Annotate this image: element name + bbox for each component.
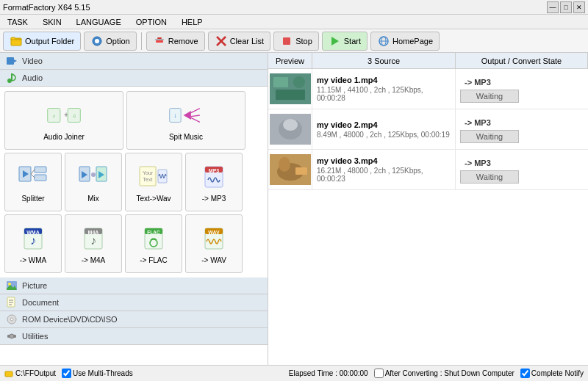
svg-marker-24 bbox=[184, 111, 191, 120]
stop-label: Stop bbox=[295, 37, 312, 46]
notify-label: Complete Notify bbox=[531, 369, 584, 377]
thumbnail-3 bbox=[270, 154, 311, 185]
svg-rect-79 bbox=[295, 167, 307, 175]
option-button[interactable]: Option bbox=[84, 32, 136, 51]
convert-arrow-1: -> MP3 bbox=[460, 75, 495, 90]
file-thumb-3 bbox=[268, 150, 312, 189]
split-music-icon: ↓ bbox=[168, 101, 204, 130]
left-scroll[interactable]: Video Audio ♪ bbox=[0, 53, 268, 365]
col-header-preview: Preview bbox=[268, 53, 312, 68]
picture-section-header: Picture bbox=[0, 277, 268, 294]
app-title: FormatFactory X64 5.15 bbox=[3, 3, 547, 12]
status-badge-3: Waiting bbox=[460, 170, 519, 184]
tool-text-wav[interactable]: Your Text Text->Wav bbox=[125, 153, 182, 211]
toolbar: Output Folder Option Remove Clea bbox=[0, 29, 588, 53]
file-row[interactable]: my video 1.mp4 11.15M , 44100 , 2ch , 12… bbox=[268, 69, 588, 109]
tool-to-flac[interactable]: FLAC -> FLAC bbox=[125, 214, 182, 273]
statusbar: C:\FFOutput Use Multi-Threads Elapsed Ti… bbox=[0, 365, 588, 381]
svg-point-35 bbox=[91, 173, 96, 177]
toolbar-separator-1 bbox=[141, 32, 142, 50]
remove-button[interactable]: Remove bbox=[146, 32, 205, 51]
mix-icon bbox=[76, 162, 111, 192]
tool-audio-joiner[interactable]: ♪ + ♫ Audio Joiner bbox=[4, 91, 123, 150]
col-header-source: 3 Source bbox=[312, 53, 456, 68]
shutdown-checkbox[interactable]: After Converting : Shut Down Computer bbox=[374, 369, 514, 378]
homepage-button[interactable]: HomePage bbox=[370, 32, 440, 51]
minimize-button[interactable]: — bbox=[547, 1, 559, 13]
tool-mix[interactable]: Mix bbox=[65, 153, 122, 211]
tool-to-m4a[interactable]: M4A ♪ -> M4A bbox=[65, 214, 122, 273]
output-folder-button[interactable]: Output Folder bbox=[3, 32, 81, 51]
notify-input[interactable] bbox=[520, 369, 530, 378]
video-icon bbox=[6, 55, 18, 67]
file-info-3: my video 3.mp4 16.21M , 48000 , 2ch , 12… bbox=[312, 150, 456, 189]
start-label: Start bbox=[344, 37, 361, 46]
svg-rect-27 bbox=[35, 167, 46, 173]
tool-split-music[interactable]: ↓ Spit Music bbox=[126, 91, 245, 150]
document-section-header: Document bbox=[0, 294, 268, 311]
to-m4a-icon: M4A ♪ bbox=[76, 224, 111, 253]
titlebar: FormatFactory X64 5.15 — □ ✕ bbox=[0, 0, 588, 15]
stop-button[interactable]: Stop bbox=[273, 32, 319, 51]
svg-text:Text: Text bbox=[143, 177, 153, 182]
file-row[interactable]: my video 2.mp4 8.49M , 48000 , 2ch , 125… bbox=[268, 109, 588, 150]
file-output-2: -> MP3 Waiting bbox=[456, 109, 588, 149]
file-row[interactable]: my video 3.mp4 16.21M , 48000 , 2ch , 12… bbox=[268, 150, 588, 190]
audio-section-header: Audio bbox=[0, 70, 268, 87]
to-wav-icon: WAV bbox=[196, 224, 232, 253]
svg-point-75 bbox=[283, 119, 298, 131]
to-wma-icon: WMA ♪ bbox=[15, 224, 51, 253]
menu-task[interactable]: TASK bbox=[3, 16, 32, 28]
svg-text:Your: Your bbox=[143, 170, 154, 175]
status-badge-2: Waiting bbox=[460, 130, 519, 143]
menu-language[interactable]: LANGUAGE bbox=[72, 16, 126, 28]
utilities-section-header: Utilities bbox=[0, 328, 268, 345]
svg-point-59 bbox=[8, 283, 11, 286]
video-section-header: Video bbox=[0, 53, 268, 70]
status-badge-1: Waiting bbox=[460, 90, 519, 103]
audio-icon bbox=[6, 72, 18, 84]
tool-to-mp3[interactable]: MP3 -> MP3 bbox=[185, 153, 243, 211]
tool-to-wav[interactable]: WAV -> WAV bbox=[185, 214, 243, 273]
remove-icon bbox=[153, 35, 166, 48]
multi-threads-input[interactable] bbox=[62, 369, 71, 378]
utilities-icon bbox=[6, 330, 18, 342]
menu-option[interactable]: OPTION bbox=[132, 16, 171, 28]
to-mp3-icon: MP3 bbox=[196, 162, 232, 192]
option-icon bbox=[90, 35, 104, 48]
tool-splitter[interactable]: Splitter bbox=[4, 153, 62, 211]
start-icon bbox=[329, 35, 342, 48]
clear-icon bbox=[215, 35, 228, 48]
close-button[interactable]: ✕ bbox=[573, 1, 585, 13]
file-name-1: my video 1.mp4 bbox=[317, 76, 451, 84]
multi-threads-checkbox[interactable]: Use Multi-Threads bbox=[62, 369, 133, 378]
path-text: C:\FFOutput bbox=[15, 369, 56, 377]
maximize-button[interactable]: □ bbox=[560, 1, 572, 13]
file-meta-3: 16.21M , 48000 , 2ch , 125Kbps, 00:00:23 bbox=[317, 167, 451, 183]
tool-to-wma[interactable]: WMA ♪ -> WMA bbox=[4, 214, 62, 273]
svg-text:↓: ↓ bbox=[173, 112, 176, 119]
clear-list-button[interactable]: Clear List bbox=[208, 32, 270, 51]
svg-text:♪: ♪ bbox=[90, 234, 96, 247]
svg-marker-9 bbox=[331, 37, 339, 46]
rom-icon bbox=[6, 313, 18, 325]
elapsed-time: Elapsed Time : 00:00:00 bbox=[289, 369, 368, 377]
homepage-label: HomePage bbox=[392, 37, 433, 46]
shutdown-input[interactable] bbox=[374, 369, 384, 378]
window-controls: — □ ✕ bbox=[547, 1, 585, 13]
file-info-1: my video 1.mp4 11.15M , 44100 , 2ch , 12… bbox=[312, 69, 456, 109]
svg-rect-36 bbox=[140, 167, 156, 186]
audio-joiner-icon: ♪ + ♫ bbox=[46, 101, 82, 130]
output-folder-label: Output Folder bbox=[25, 37, 74, 46]
stop-icon bbox=[280, 35, 293, 48]
folder-small-icon bbox=[4, 369, 13, 378]
start-button[interactable]: Start bbox=[322, 32, 368, 51]
menu-help[interactable]: HELP bbox=[177, 16, 207, 28]
svg-rect-70 bbox=[273, 77, 288, 87]
svg-text:MP3: MP3 bbox=[209, 168, 220, 173]
file-list-header: Preview 3 Source Output / Convert State bbox=[268, 53, 588, 69]
rom-section-header: ROM Device\DVD\CD\ISO bbox=[0, 311, 268, 328]
file-name-2: my video 2.mp4 bbox=[317, 120, 451, 129]
notify-checkbox[interactable]: Complete Notify bbox=[520, 369, 584, 378]
menu-skin[interactable]: SKIN bbox=[38, 16, 66, 28]
